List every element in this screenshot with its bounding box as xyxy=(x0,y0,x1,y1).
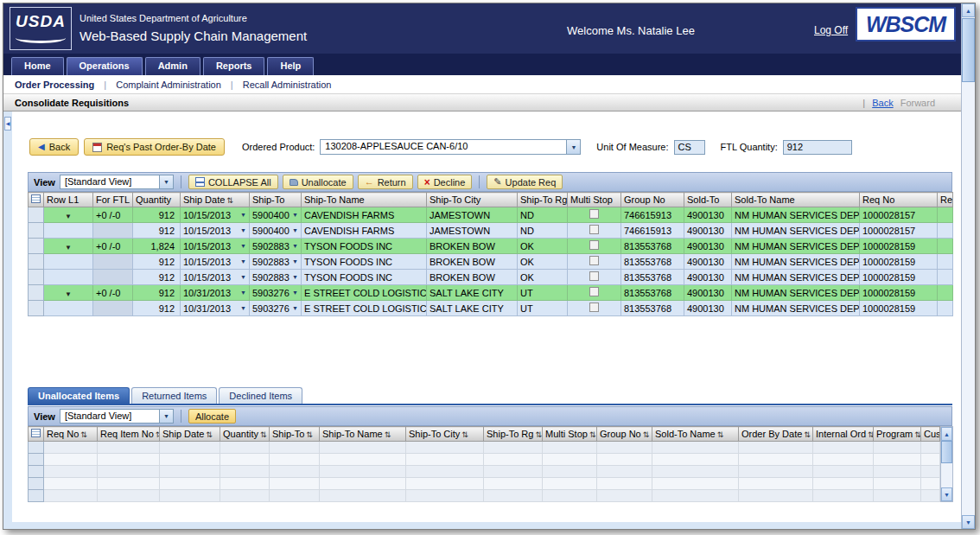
dropdown-arrow-icon[interactable]: ▼ xyxy=(159,175,173,188)
scrollbar-thumb[interactable] xyxy=(941,441,952,463)
col-req-no[interactable]: Req No xyxy=(860,193,938,207)
cell-ship-date[interactable]: 10/15/2013▼ xyxy=(181,207,250,223)
col-for-ftl[interactable]: For FTL xyxy=(93,193,133,207)
select-all-header[interactable] xyxy=(29,193,44,207)
col-row-l1[interactable]: Row L1 xyxy=(44,193,93,207)
collapse-cell[interactable]: ▼ xyxy=(44,239,93,254)
collapse-arrow-icon[interactable]: ▼ xyxy=(65,244,72,252)
dropdown-arrow-icon[interactable]: ▼ xyxy=(292,305,298,311)
col-order-by-date[interactable]: Order By Date⇅ xyxy=(739,427,813,442)
col-quantity[interactable]: Quantity⇅ xyxy=(220,427,270,442)
dropdown-arrow-icon[interactable]: ▼ xyxy=(292,258,298,264)
dropdown-arrow-icon[interactable]: ▼ xyxy=(566,140,580,154)
cell-ship-date[interactable]: 10/15/2013▼ xyxy=(181,239,250,254)
col-multi-stop[interactable]: Multi Stop⇅ xyxy=(543,427,597,442)
collapse-cell[interactable]: ▼ xyxy=(44,285,93,301)
decline-button[interactable]: × Decline xyxy=(417,175,473,189)
multi-stop-checkbox[interactable] xyxy=(589,287,599,296)
subnav-recall-administration[interactable]: Recall Administration xyxy=(243,80,332,90)
row-selector[interactable] xyxy=(29,223,44,239)
history-back-link[interactable]: Back xyxy=(872,98,893,108)
col-ship-to[interactable]: Ship-To xyxy=(250,193,302,207)
view-dropdown[interactable]: [Standard View] ▼ xyxy=(60,175,174,189)
row-selector[interactable] xyxy=(29,239,44,254)
dropdown-arrow-icon[interactable]: ▼ xyxy=(240,305,246,311)
col-ship-to-name[interactable]: Ship-To Name⇅ xyxy=(320,427,406,442)
col-group-no[interactable]: Group No xyxy=(621,193,684,207)
cell-ship-date[interactable]: 10/15/2013▼ xyxy=(181,254,250,270)
col-ship-to[interactable]: Ship-To⇅ xyxy=(270,427,320,442)
allocate-button[interactable]: Allocate xyxy=(188,409,236,424)
multi-stop-checkbox[interactable] xyxy=(589,225,599,234)
collapse-arrow-icon[interactable]: ▼ xyxy=(65,290,72,298)
nav-tab-operations[interactable]: Operations xyxy=(67,57,143,75)
back-button[interactable]: ◀ Back xyxy=(29,138,79,156)
col-ship-to-rg[interactable]: Ship-To Rg xyxy=(518,193,568,207)
col-sold-to-name[interactable]: Sold-To Name⇅ xyxy=(652,427,739,442)
scroll-up-icon[interactable]: ▲ xyxy=(962,3,975,17)
col-internal-ord[interactable]: Internal Ord⇅ xyxy=(813,427,874,442)
dropdown-arrow-icon[interactable]: ▼ xyxy=(240,274,246,280)
dropdown-arrow-icon[interactable]: ▼ xyxy=(292,212,298,218)
row-selector[interactable] xyxy=(29,478,44,490)
col-sold-to[interactable]: Sold-To xyxy=(684,193,732,207)
subnav-complaint-administration[interactable]: Complaint Administration xyxy=(116,80,221,90)
ordered-product-dropdown[interactable]: 130208-APPLESAUCE CAN-6/10 ▼ xyxy=(320,139,581,155)
cell-ship-to[interactable]: 5903276▼ xyxy=(250,301,302,316)
ftl-quantity-field[interactable]: 912 xyxy=(783,140,852,155)
multi-stop-checkbox[interactable] xyxy=(589,256,599,265)
panel-collapse-handle[interactable]: ◀ xyxy=(4,117,11,131)
col-ship-to-rg[interactable]: Ship-To Rg⇅ xyxy=(484,427,543,442)
scrollbar-thumb[interactable] xyxy=(962,18,975,82)
tab-declined-items[interactable]: Declined Items xyxy=(219,387,302,404)
cell-ship-to[interactable]: 5902883▼ xyxy=(250,254,302,270)
col-req-cut[interactable]: Req xyxy=(938,193,953,207)
scroll-up-icon[interactable]: ▲ xyxy=(941,427,952,441)
multi-stop-checkbox[interactable] xyxy=(589,271,599,281)
cell-ship-to[interactable]: 5902883▼ xyxy=(250,270,302,285)
subnav-order-processing[interactable]: Order Processing xyxy=(15,80,94,90)
dropdown-arrow-icon[interactable]: ▼ xyxy=(292,227,298,233)
scroll-down-icon[interactable]: ▼ xyxy=(941,487,952,501)
col-program[interactable]: Program⇅ xyxy=(874,427,921,442)
dropdown-arrow-icon[interactable]: ▼ xyxy=(292,274,298,280)
col-req-item-no[interactable]: Req Item No⇅ xyxy=(98,427,160,442)
col-group-no[interactable]: Group No⇅ xyxy=(597,427,652,442)
unit-of-measure-field[interactable]: CS xyxy=(674,140,705,155)
bottom-view-dropdown[interactable]: [Standard View] ▼ xyxy=(60,409,174,424)
multi-stop-checkbox[interactable] xyxy=(589,303,599,312)
dropdown-arrow-icon[interactable]: ▼ xyxy=(240,243,246,249)
row-selector[interactable] xyxy=(29,442,44,454)
col-req-no[interactable]: Req No⇅ xyxy=(44,427,98,442)
tab-unallocated-items[interactable]: Unallocated Items xyxy=(28,387,130,404)
unallocate-button[interactable]: Unallocate xyxy=(283,175,353,189)
col-sold-to-name[interactable]: Sold-To Name xyxy=(732,193,860,207)
dropdown-arrow-icon[interactable]: ▼ xyxy=(240,290,246,296)
col-ship-date[interactable]: Ship Date⇅ xyxy=(181,193,250,207)
col-ship-to-name[interactable]: Ship-To Name xyxy=(302,193,427,207)
row-selector[interactable] xyxy=(29,454,44,466)
col-quantity[interactable]: Quantity xyxy=(133,193,181,207)
col-multi-stop[interactable]: Multi Stop xyxy=(568,193,621,207)
collapse-arrow-icon[interactable]: ▼ xyxy=(65,213,72,220)
collapse-cell[interactable]: ▼ xyxy=(44,207,93,223)
cell-ship-date[interactable]: 10/15/2013▼ xyxy=(181,223,250,239)
row-selector[interactable] xyxy=(29,490,44,502)
col-ship-date[interactable]: Ship Date⇅ xyxy=(160,427,220,442)
select-all-header[interactable] xyxy=(29,427,44,442)
dropdown-arrow-icon[interactable]: ▼ xyxy=(240,258,246,264)
cell-ship-to[interactable]: 5900400▼ xyxy=(250,223,302,239)
dropdown-arrow-icon[interactable]: ▼ xyxy=(159,410,173,423)
row-selector[interactable] xyxy=(29,466,44,478)
col-ship-to-city[interactable]: Ship-To City xyxy=(427,193,518,207)
row-selector[interactable] xyxy=(29,270,44,285)
nav-tab-home[interactable]: Home xyxy=(11,57,64,75)
dropdown-arrow-icon[interactable]: ▼ xyxy=(240,212,246,218)
update-req-button[interactable]: ✎ Update Req xyxy=(487,175,563,189)
nav-tab-help[interactable]: Help xyxy=(267,57,314,75)
cell-ship-to[interactable]: 5900400▼ xyxy=(250,207,302,223)
multi-stop-checkbox[interactable] xyxy=(589,240,599,250)
dropdown-arrow-icon[interactable]: ▼ xyxy=(292,243,298,249)
tab-returned-items[interactable]: Returned Items xyxy=(131,387,217,404)
cell-ship-to[interactable]: 5902883▼ xyxy=(250,239,302,254)
